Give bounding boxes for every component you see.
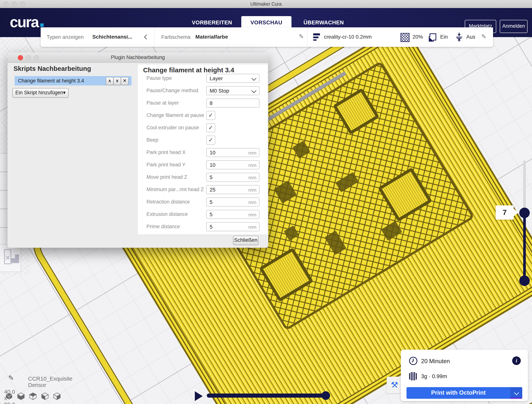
add-script-dropdown-button[interactable]: Ein Skript hinzufügen▾: [12, 88, 69, 98]
layer-tooltip-arrow: [514, 209, 519, 216]
field-value: Layer: [210, 76, 223, 82]
field-row: Minimum par...rint head Z25mm: [138, 185, 267, 194]
field-value: 5: [210, 224, 213, 230]
dialog-titlebar[interactable]: Plugin Nachbearbeitung: [7, 52, 268, 63]
script-settings-heading: Change filament at height 3.4: [143, 66, 234, 74]
signin-button[interactable]: Anmelden: [500, 20, 527, 33]
rename-model-icon[interactable]: ✎: [8, 374, 14, 382]
field-input[interactable]: 5mm: [206, 173, 260, 182]
tab-vorschau[interactable]: VORSCHAU: [241, 16, 291, 29]
view-3d-icon[interactable]: [5, 392, 13, 400]
field-unit: mm: [248, 199, 256, 205]
close-dialog-button[interactable]: Schließen: [233, 236, 259, 245]
field-select[interactable]: Layer: [206, 74, 260, 83]
field-label: Change filament at pause: [146, 112, 204, 118]
view-type-label: Typen anzeigen: [47, 34, 84, 40]
field-row: Move print head Z5mm: [138, 173, 267, 182]
view-front-icon[interactable]: [17, 392, 25, 400]
model-name[interactable]: CCR10_Exquisite Densor: [28, 376, 72, 388]
material-usage-icon: [409, 372, 418, 380]
print-button-label: Print with OctoPrint: [406, 389, 510, 396]
field-unit: mm: [248, 162, 256, 168]
field-row: Retraction distance5mm: [138, 198, 267, 206]
support-value[interactable]: Ein: [440, 34, 448, 40]
field-checkbox[interactable]: ✓: [206, 123, 215, 132]
field-label: Cool extruder on pause: [146, 125, 199, 131]
layer-slider-upper-handle[interactable]: [519, 208, 530, 218]
window-titlebar: Ultimaker Cura: [0, 0, 532, 8]
play-button[interactable]: [195, 391, 203, 401]
field-row: Change filament at pause✓: [138, 111, 267, 120]
layer-slider-lower-handle[interactable]: [519, 276, 530, 286]
divider: [307, 27, 307, 47]
info-icon[interactable]: i: [512, 356, 521, 365]
view-type-value[interactable]: Schichtenansi...: [92, 34, 132, 40]
field-row: Pause typeLayer: [138, 74, 267, 83]
field-value: 5: [210, 174, 213, 180]
print-options-dropdown[interactable]: [510, 387, 522, 399]
field-row: Beep✓: [138, 136, 267, 145]
field-input[interactable]: 5mm: [206, 198, 260, 206]
field-value: 10: [210, 162, 215, 168]
field-input[interactable]: 5mm: [206, 210, 260, 219]
field-row: Park print head Y10mm: [138, 160, 267, 169]
field-label: Minimum par...rint head Z: [146, 187, 204, 192]
field-unit: mm: [248, 150, 256, 156]
adhesion-value[interactable]: Aus: [466, 34, 475, 40]
field-input[interactable]: 5mm: [206, 222, 260, 231]
simulation-timeline[interactable]: [207, 393, 327, 398]
tool-item-support-blocker[interactable]: [0, 244, 21, 272]
field-input[interactable]: 10mm: [206, 148, 260, 157]
field-label: Beep: [146, 137, 158, 143]
edit-color-scheme-icon[interactable]: ✎: [299, 33, 304, 40]
field-checkbox[interactable]: ✓: [206, 111, 215, 120]
field-value: M0 Stop: [210, 88, 229, 94]
field-label: Park print head X: [146, 149, 186, 155]
chevron-down-icon: [514, 390, 519, 395]
print-with-octoprint-button[interactable]: Print with OctoPrint: [406, 387, 522, 399]
edit-print-settings-icon[interactable]: ✎: [481, 33, 486, 40]
color-scheme-value[interactable]: Materialfarbe: [195, 34, 228, 40]
dropdown-accent: [510, 398, 522, 399]
layer-slider-track[interactable]: [523, 160, 526, 215]
collapse-panel-icon[interactable]: [144, 34, 149, 39]
chevron-down-icon: [251, 76, 256, 81]
field-unit: mm: [248, 175, 256, 181]
adjust-tools-button[interactable]: ⚒: [387, 377, 402, 393]
field-input[interactable]: 10mm: [206, 160, 260, 169]
field-row: Extrusion distance5mm: [138, 210, 267, 219]
move-script-down-button[interactable]: ∨: [113, 77, 121, 85]
qr-finder-square: [333, 88, 380, 135]
move-script-up-button[interactable]: ∧: [106, 77, 114, 85]
field-value: 5: [210, 212, 213, 218]
window-title: Ultimaker Cura: [0, 1, 532, 7]
chevron-down-icon: [251, 88, 256, 93]
infill-value[interactable]: 20%: [412, 34, 423, 40]
field-row: Prime distance5mm: [138, 222, 267, 231]
field-value: 5: [210, 199, 213, 205]
layer-slider-range[interactable]: [523, 212, 526, 281]
field-unit: mm: [248, 212, 256, 218]
print-time-icon: [409, 356, 418, 366]
field-label: Prime distance: [146, 224, 180, 230]
field-input[interactable]: 25mm: [206, 185, 260, 194]
material-usage: 3g · 0.99m: [421, 373, 447, 379]
field-unit: mm: [248, 224, 256, 230]
field-checkbox[interactable]: ✓: [206, 136, 215, 145]
view-right-icon[interactable]: [53, 392, 61, 400]
field-row: Pause/Change methodM0 Stop: [138, 86, 267, 95]
field-select[interactable]: M0 Stop: [206, 86, 260, 95]
post-processing-dialog: Plugin Nachbearbeitung Skripts Nachbearb…: [7, 52, 268, 248]
field-label: Move print head Z: [146, 174, 187, 180]
field-input[interactable]: 8: [206, 99, 260, 108]
field-unit: mm: [248, 187, 256, 193]
view-top-icon[interactable]: [29, 392, 37, 400]
printer-profile-value[interactable]: creality-cr-10 0.2mm: [324, 34, 372, 40]
timeline-handle[interactable]: [322, 391, 330, 400]
script-list-item-selected[interactable]: Change filament at height 3.4 ∧ ∨ ✕: [15, 76, 132, 85]
view-left-icon[interactable]: [41, 392, 49, 400]
logo-dot-icon: [40, 23, 44, 27]
remove-script-button[interactable]: ✕: [121, 77, 128, 85]
cura-logo: cura: [10, 13, 44, 31]
script-name: Change filament at height 3.4: [18, 78, 84, 84]
